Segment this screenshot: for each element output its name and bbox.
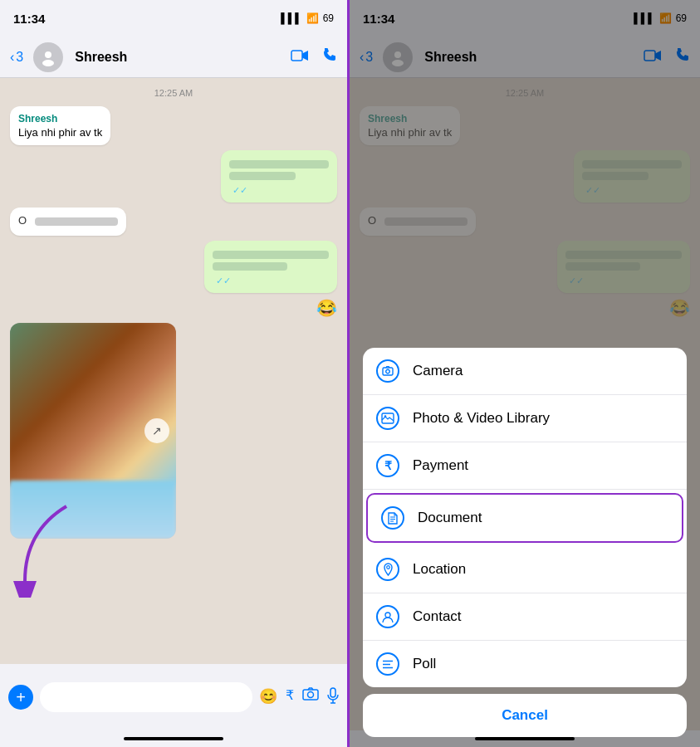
svg-point-0 [45,51,51,58]
left-back-count: 3 [16,50,23,65]
media-bubble: ↗ [10,323,176,539]
menu-item-camera[interactable]: Camera [363,348,687,395]
svg-point-5 [308,692,314,698]
bottom-icons: 😊 ₹ [259,687,339,707]
left-panel: 11:34 ▌▌▌ 📶 69 ‹ 3 Shreesh [0,0,350,747]
left-home-indicator [0,730,347,747]
svg-rect-12 [383,368,393,375]
menu-card: Camera Photo & Video Library ₹ Pa [363,348,687,687]
menu-item-poll[interactable]: Poll [363,641,687,687]
outgoing-blurred-1: ✓✓ [221,150,337,203]
left-back-arrow: ‹ [10,50,14,65]
read-tick: ✓✓ [233,185,247,196]
cancel-button[interactable]: Cancel [363,694,687,737]
contact-menu-icon [376,605,399,628]
msg-text: Liya nhi phir av tk [18,126,102,139]
mic-icon[interactable] [327,687,339,707]
phone-icon[interactable] [322,47,337,66]
left-bottom-bar: + 😊 ₹ [0,664,347,730]
payment-menu-icon: ₹ [376,454,399,477]
svg-rect-2 [291,51,302,61]
time-label: 12:25 AM [10,88,337,98]
left-back-button[interactable]: ‹ 3 [10,50,23,65]
menu-item-payment[interactable]: ₹ Payment [363,442,687,490]
rupee-icon[interactable]: ₹ [286,687,294,707]
left-home-bar [124,737,223,740]
message-input[interactable] [40,682,252,712]
read-tick-2: ✓✓ [216,276,231,286]
poll-label: Poll [413,656,436,672]
svg-point-20 [385,613,390,618]
svg-point-15 [384,415,387,417]
incoming-named-msg: Shreesh Liya nhi phir av tk [10,106,110,145]
video-call-icon[interactable] [291,47,309,66]
camera-small-icon[interactable] [302,687,319,707]
camera-menu-icon [376,359,399,383]
left-time: 11:34 [13,12,45,26]
incoming-blurred-o: O [10,208,126,236]
menu-item-document[interactable]: Document [366,493,683,543]
svg-point-19 [386,566,389,569]
signal-icon: ▌▌▌ [281,12,302,24]
svg-point-1 [42,60,54,66]
left-status-bar: 11:34 ▌▌▌ 📶 69 [0,0,347,37]
cancel-card: Cancel [363,694,687,737]
left-avatar [33,42,63,72]
left-status-icons: ▌▌▌ 📶 69 [281,12,334,24]
photo-video-label: Photo & Video Library [413,410,550,427]
menu-item-contact[interactable]: Contact [363,593,687,641]
wifi-icon: 📶 [306,12,319,24]
payment-label: Payment [413,457,468,474]
menu-item-photo-video[interactable]: Photo & Video Library [363,395,687,442]
location-menu-icon [376,558,399,581]
poll-menu-icon [376,652,399,676]
left-contact-name[interactable]: Shreesh [75,50,284,65]
cancel-label: Cancel [502,707,548,724]
document-label: Document [418,510,482,526]
menu-item-location[interactable]: Location [363,546,687,593]
svg-rect-6 [330,688,335,697]
media-image-bottom [10,481,176,539]
media-image-top [10,323,176,485]
outgoing-blurred-2: ✓✓ [204,241,337,293]
document-menu-icon [381,506,404,530]
emoji-msg: 😂 [316,298,337,318]
forward-button[interactable]: ↗ [144,418,169,443]
menu-sheet: Camera Photo & Video Library ₹ Pa [350,341,700,747]
sticker-icon[interactable]: 😊 [259,687,277,707]
msg-sender: Shreesh [18,113,102,124]
left-nav-actions [291,47,337,66]
left-chat-area: 12:25 AM Shreesh Liya nhi phir av tk ✓✓ … [0,78,347,664]
battery-icon: 69 [323,12,334,24]
camera-label: Camera [413,363,463,379]
contact-label: Contact [413,608,462,625]
right-panel: 11:34 ▌▌▌ 📶 69 ‹ 3 Shreesh [350,0,700,747]
left-nav-bar: ‹ 3 Shreesh [0,37,347,78]
plus-button[interactable]: + [8,685,33,710]
location-label: Location [413,561,466,578]
photo-video-menu-icon [376,407,399,430]
svg-point-13 [386,369,390,374]
